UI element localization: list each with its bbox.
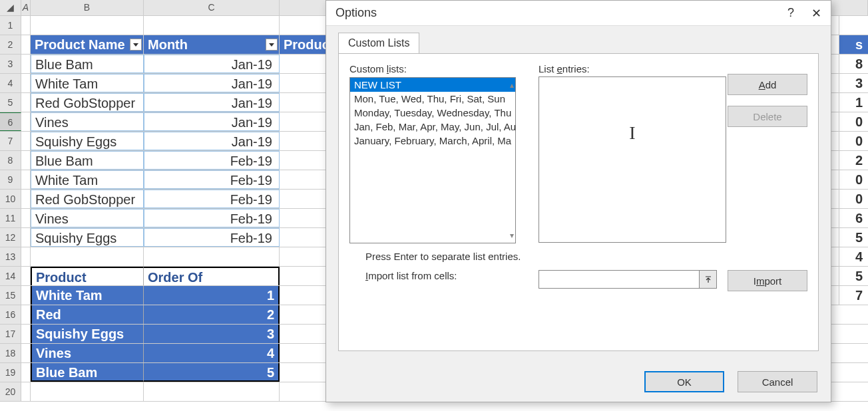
ok-button[interactable]: OK	[644, 371, 724, 392]
peek-value[interactable]: 2	[839, 151, 868, 170]
cell-product[interactable]: Squishy Eggs	[31, 132, 144, 150]
row-header[interactable]: 20	[0, 382, 21, 401]
cell-product[interactable]: Blue Bam	[31, 151, 144, 170]
row-header[interactable]: 11	[0, 209, 21, 227]
entries-hint: Press Enter to separate list entries.	[365, 251, 807, 262]
scroll-up-icon[interactable]: ▴	[510, 80, 514, 90]
list-item[interactable]: Monday, Tuesday, Wednesday, Thu	[350, 106, 515, 120]
scroll-down-icon[interactable]: ▾	[510, 231, 514, 240]
list-item[interactable]: January, February, March, April, Ma	[350, 134, 515, 148]
add-button[interactable]: Add	[728, 74, 807, 95]
lower-order[interactable]: 2	[144, 305, 280, 324]
cell-product[interactable]: White Tam	[31, 74, 144, 92]
row-header[interactable]: 2	[0, 35, 21, 54]
cell-product[interactable]: Vines	[31, 112, 144, 131]
lower-product[interactable]: White Tam	[31, 286, 144, 305]
cell-month[interactable]: Jan-19	[144, 93, 280, 112]
lower-order[interactable]: 1	[144, 286, 280, 305]
row-header[interactable]: 10	[0, 190, 21, 208]
peek-value[interactable]: 6	[839, 209, 868, 228]
cell-month[interactable]: Feb-19	[144, 170, 280, 189]
import-range-input[interactable]	[539, 270, 717, 289]
lower-header-order[interactable]: Order Of Importance	[144, 267, 280, 285]
list-item[interactable]: NEW LIST	[350, 78, 515, 92]
chevron-down-icon	[133, 43, 138, 47]
peek-value[interactable]: 3	[839, 74, 868, 93]
peek-value[interactable]: 8	[839, 55, 868, 74]
peek-value[interactable]: 0	[839, 190, 868, 209]
peek-value[interactable]: 4	[839, 247, 868, 267]
row-header[interactable]: 16	[0, 305, 21, 324]
table-header-month: Month	[144, 35, 280, 54]
peek-header: s	[839, 35, 868, 55]
help-icon[interactable]: ?	[787, 6, 794, 20]
lower-order[interactable]: 4	[144, 344, 280, 362]
peek-value[interactable]: 5	[839, 228, 868, 247]
options-dialog: Options ? ✕ Custom Lists Custom lists: N…	[326, 0, 831, 402]
filter-dropdown-product[interactable]	[130, 39, 142, 51]
col-header-a[interactable]: A	[21, 0, 31, 15]
custom-lists-listbox[interactable]: NEW LIST Mon, Tue, Wed, Thu, Fri, Sat, S…	[349, 77, 516, 243]
peek-value[interactable]: 7	[839, 286, 868, 305]
list-entries-textarea[interactable]: I	[539, 76, 726, 243]
peek-value[interactable]: 5	[839, 267, 868, 286]
row-header[interactable]: 15	[0, 286, 21, 305]
range-picker-icon[interactable]	[699, 271, 716, 288]
row-header[interactable]: 4	[0, 74, 21, 92]
right-peek-column: s 8 3 1 0 0 2 0 0 6 5 4 5 7	[839, 16, 868, 305]
cell-product[interactable]: Blue Bam	[31, 55, 144, 73]
cell-product[interactable]: White Tam	[31, 170, 144, 189]
cell-product[interactable]: Vines	[31, 209, 144, 227]
import-from-cells-label: Import list from cells:	[365, 270, 457, 281]
row-header[interactable]: 14	[0, 267, 21, 285]
row-header[interactable]: 5	[0, 93, 21, 112]
peek-value[interactable]: 0	[839, 112, 868, 132]
list-item[interactable]: Jan, Feb, Mar, Apr, May, Jun, Jul, Au	[350, 120, 515, 134]
lower-product[interactable]: Squishy Eggs	[31, 325, 144, 343]
peek-value[interactable]: 0	[839, 132, 868, 151]
peek-value[interactable]: 0	[839, 170, 868, 190]
row-header[interactable]: 17	[0, 325, 21, 343]
dialog-titlebar: Options ? ✕	[326, 1, 831, 26]
row-header[interactable]: 7	[0, 132, 21, 150]
lower-header-product[interactable]: Product	[31, 267, 144, 285]
row-header[interactable]: 18	[0, 344, 21, 362]
cell-month[interactable]: Jan-19	[144, 55, 280, 73]
dialog-panel: Custom lists: NEW LIST Mon, Tue, Wed, Th…	[338, 53, 819, 351]
row-header[interactable]: 9	[0, 170, 21, 189]
cell-month[interactable]: Feb-19	[144, 190, 280, 208]
cell-month[interactable]: Jan-19	[144, 132, 280, 150]
cell-month[interactable]: Feb-19	[144, 151, 280, 170]
cell-product[interactable]: Squishy Eggs	[31, 228, 144, 247]
list-item[interactable]: Mon, Tue, Wed, Thu, Fri, Sat, Sun	[350, 92, 515, 106]
dialog-title: Options	[335, 6, 377, 20]
filter-dropdown-month[interactable]	[266, 39, 278, 51]
peek-value[interactable]: 1	[839, 93, 868, 112]
cell-product[interactable]: Red GobStopper	[31, 190, 144, 208]
cell-month[interactable]: Feb-19	[144, 228, 280, 247]
cancel-button[interactable]: Cancel	[738, 371, 817, 392]
delete-button[interactable]: Delete	[728, 106, 807, 127]
lower-order[interactable]: 3	[144, 325, 280, 343]
lower-product[interactable]: Vines	[31, 344, 144, 362]
row-header[interactable]: 8	[0, 151, 21, 170]
cell-month[interactable]: Feb-19	[144, 209, 280, 227]
cell-month[interactable]: Jan-19	[144, 112, 280, 131]
lower-product[interactable]: Blue Bam	[31, 363, 144, 382]
row-header[interactable]: 6	[0, 112, 21, 131]
row-header[interactable]: 1	[0, 16, 21, 35]
select-all-corner[interactable]: ◢	[0, 0, 21, 15]
close-icon[interactable]: ✕	[811, 6, 821, 21]
col-header-c[interactable]: C	[144, 0, 280, 15]
lower-order[interactable]: 5	[144, 363, 280, 382]
cell-month[interactable]: Jan-19	[144, 74, 280, 92]
row-header[interactable]: 19	[0, 363, 21, 382]
import-button[interactable]: Import	[728, 270, 807, 291]
tab-custom-lists[interactable]: Custom Lists	[338, 33, 419, 53]
row-header[interactable]: 3	[0, 55, 21, 73]
row-header[interactable]: 13	[0, 247, 21, 266]
row-header[interactable]: 12	[0, 228, 21, 247]
col-header-b[interactable]: B	[31, 0, 144, 15]
cell-product[interactable]: Red GobStopper	[31, 93, 144, 112]
lower-product[interactable]: Red GobStopper	[31, 305, 144, 324]
